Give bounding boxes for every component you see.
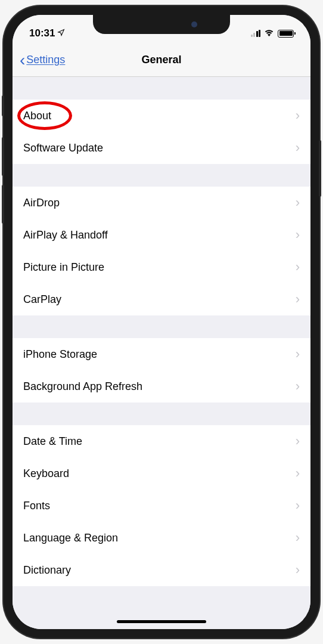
power-button xyxy=(319,140,321,197)
row-label: Fonts xyxy=(23,500,50,512)
row-label: Software Update xyxy=(23,142,103,154)
row-label: Date & Time xyxy=(23,435,82,448)
row-dictionary[interactable]: Dictionary › xyxy=(13,554,310,586)
section-storage: iPhone Storage › Background App Refresh … xyxy=(13,338,310,402)
row-label: Keyboard xyxy=(23,467,69,480)
row-carplay[interactable]: CarPlay › xyxy=(13,283,310,315)
phone-frame: 10:31 xyxy=(4,6,319,638)
row-label: iPhone Storage xyxy=(23,348,97,361)
status-right xyxy=(251,20,294,39)
chevron-right-icon: › xyxy=(296,530,300,546)
front-camera xyxy=(191,21,197,27)
row-picture-in-picture[interactable]: Picture in Picture › xyxy=(13,251,310,283)
home-indicator[interactable] xyxy=(117,620,206,623)
section-input: Date & Time › Keyboard › Fonts › Languag… xyxy=(13,425,310,586)
wifi-icon xyxy=(264,28,274,39)
row-label: About xyxy=(23,110,51,122)
page-title: General xyxy=(141,54,181,66)
row-fonts[interactable]: Fonts › xyxy=(13,490,310,522)
row-label: Background App Refresh xyxy=(23,380,142,393)
volume-down-button xyxy=(2,185,4,224)
row-label: AirDrop xyxy=(23,197,60,209)
chevron-right-icon: › xyxy=(296,379,300,394)
cellular-signal-icon xyxy=(251,30,261,37)
row-label: Dictionary xyxy=(23,564,71,577)
section-about: About › Software Update › xyxy=(13,100,310,164)
notch xyxy=(93,15,230,34)
volume-up-button xyxy=(2,137,4,176)
row-background-app-refresh[interactable]: Background App Refresh › xyxy=(13,370,310,402)
chevron-right-icon: › xyxy=(296,562,300,578)
chevron-right-icon: › xyxy=(296,292,300,307)
row-label: Language & Region xyxy=(23,532,118,544)
chevron-right-icon: › xyxy=(296,108,300,123)
content-scroll[interactable]: About › Software Update › AirDrop › AirP… xyxy=(13,77,310,629)
row-label: AirPlay & Handoff xyxy=(23,229,108,242)
chevron-right-icon: › xyxy=(296,466,300,481)
back-button[interactable]: ‹ Settings xyxy=(20,52,65,69)
chevron-left-icon: ‹ xyxy=(20,52,25,69)
row-software-update[interactable]: Software Update › xyxy=(13,132,310,164)
chevron-right-icon: › xyxy=(296,140,300,156)
chevron-right-icon: › xyxy=(296,259,300,275)
chevron-right-icon: › xyxy=(296,434,300,449)
status-left: 10:31 xyxy=(29,19,65,39)
chevron-right-icon: › xyxy=(296,498,300,513)
row-keyboard[interactable]: Keyboard › xyxy=(13,457,310,490)
location-icon xyxy=(57,29,65,38)
row-label: Picture in Picture xyxy=(23,261,104,274)
section-airdrop: AirDrop › AirPlay & Handoff › Picture in… xyxy=(13,187,310,315)
row-language-region[interactable]: Language & Region › xyxy=(13,522,310,554)
row-about[interactable]: About › xyxy=(13,100,310,132)
row-airdrop[interactable]: AirDrop › xyxy=(13,187,310,219)
side-button xyxy=(2,95,4,116)
chevron-right-icon: › xyxy=(296,195,300,210)
chevron-right-icon: › xyxy=(296,346,300,362)
screen: 10:31 xyxy=(13,15,310,629)
row-airplay-handoff[interactable]: AirPlay & Handoff › xyxy=(13,219,310,251)
back-label: Settings xyxy=(26,54,65,66)
row-label: CarPlay xyxy=(23,293,61,306)
row-iphone-storage[interactable]: iPhone Storage › xyxy=(13,338,310,370)
nav-bar: ‹ Settings General xyxy=(13,44,310,77)
chevron-right-icon: › xyxy=(296,227,300,243)
row-date-time[interactable]: Date & Time › xyxy=(13,425,310,457)
battery-icon xyxy=(278,30,294,38)
status-time: 10:31 xyxy=(29,27,55,39)
